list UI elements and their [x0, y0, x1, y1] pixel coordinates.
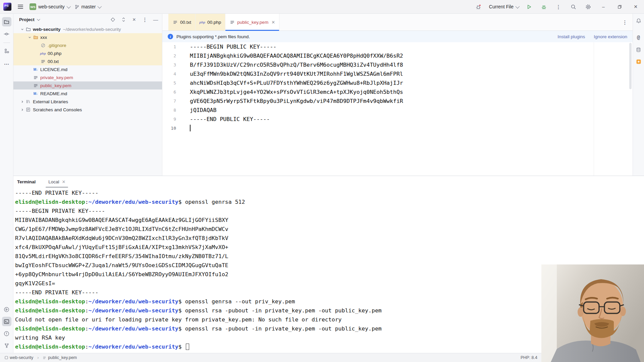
project-panel-title[interactable]: Project: [19, 17, 39, 22]
close-icon[interactable]: ✕: [271, 20, 275, 25]
prompt-user: elisdn@elisdn-desktop: [15, 344, 85, 350]
project-panel: Project ✕ ⋮ — web-security~/deworker/edu…: [13, 14, 162, 176]
editor-content[interactable]: 1-----BEGIN PUBLIC KEY-----2MIIBIjANBgkq…: [162, 42, 633, 176]
tree-item-label: External Libraries: [33, 99, 68, 104]
main-menu-button[interactable]: [16, 2, 25, 11]
editor-tab-00-php[interactable]: php00.php: [196, 14, 225, 31]
code-line-1[interactable]: 1-----BEGIN PUBLIC KEY-----: [162, 42, 633, 51]
tree-chevron-icon[interactable]: [19, 28, 25, 31]
mute-bug-icon[interactable]: [474, 2, 483, 11]
debug-button[interactable]: [539, 2, 548, 11]
line-text: -----BEGIN PUBLIC KEY-----: [190, 42, 276, 51]
line-number: 10: [162, 124, 176, 133]
breadcrumb-project[interactable]: web-security: [10, 355, 33, 360]
prompt-path: ~/deworker/edu/web-security: [89, 298, 178, 305]
scratches-icon: [25, 107, 31, 112]
tab-label: 00.txt: [180, 20, 191, 25]
terminal-output-line: MIIBVAIBADANBgkqhkiG9w0BAQEFAASCAT4wggE6…: [15, 216, 644, 225]
ignore-extension-link[interactable]: Ignore extension: [594, 34, 627, 39]
line-number: 1: [162, 42, 176, 51]
editor-tab-public-key-pem[interactable]: public_key.pem✕: [225, 14, 279, 31]
close-icon[interactable]: ✕: [62, 179, 66, 184]
tree-item--gitignore[interactable]: .gitignore: [13, 41, 162, 49]
editor-tab-00-txt[interactable]: 00.txt: [168, 14, 196, 31]
tree-item-external-libraries[interactable]: External Libraries: [13, 98, 162, 106]
settings-gear-icon[interactable]: [584, 2, 592, 11]
tree-item-00-txt[interactable]: 00.txt: [13, 57, 162, 65]
php-version-widget[interactable]: PHP: 8.4: [521, 355, 537, 360]
code-line-10[interactable]: 10: [162, 124, 633, 133]
code-line-2[interactable]: 2MIIBIjANBgkqhkiG9w0BAQEFAAOCAQ8AMIIBCgK…: [162, 51, 633, 60]
code-line-7[interactable]: 7gVE6QE3pN5rWyrpSTkFtkBpy0u3PiLynKgdwb/v…: [162, 97, 633, 106]
hide-panel-icon[interactable]: —: [152, 16, 159, 23]
tree-item-xxx[interactable]: xxx: [13, 33, 162, 41]
tree-chevron-icon[interactable]: [26, 36, 33, 39]
more-tools-icon[interactable]: …: [2, 58, 11, 68]
code-line-6[interactable]: 6XkqPLWNZJb3tpLvjge4+YO2Wx+sPYsOvVTiGlR3…: [162, 87, 633, 97]
code-line-5[interactable]: 5ahcNiWDsHIqb3qCVf+S+PLuU7FDYsthYWhWEQ29…: [162, 78, 633, 87]
activity-bar: …: [0, 14, 13, 353]
tree-item-public-key-pem[interactable]: public_key.pem: [13, 81, 162, 89]
version-control-tool-icon[interactable]: [2, 341, 11, 350]
tree-item-web-security[interactable]: web-security~/deworker/edu/web-security: [13, 25, 162, 33]
more-actions-button[interactable]: ⋮: [554, 2, 563, 11]
prompt-user: elisdn@elisdn-desktop: [15, 325, 85, 332]
panel-options-icon[interactable]: ⋮: [141, 16, 149, 23]
minimize-button[interactable]: –: [598, 2, 608, 11]
line-text: gVE6QE3pN5rWyrpSTkFtkBpy0u3PiLynKgdwb/vi…: [190, 97, 403, 106]
run-config-selector[interactable]: Current File: [489, 4, 519, 9]
problems-tool-icon[interactable]: [2, 329, 11, 338]
chevron-down-icon: [37, 17, 40, 21]
phpstorm-logo: PS: [3, 3, 11, 11]
project-badge: WS: [30, 3, 36, 10]
tree-item-00-php[interactable]: php00.php: [13, 49, 162, 57]
notifications-bell-icon[interactable]: [634, 16, 643, 25]
tab-options-icon[interactable]: ⋮: [621, 18, 629, 26]
tree-item-private-key-pem[interactable]: private_key.pem: [13, 73, 162, 81]
restore-button[interactable]: [614, 2, 625, 11]
prompt-user: elisdn@elisdn-desktop: [15, 307, 85, 314]
branch-widget[interactable]: master: [74, 4, 101, 9]
tree-item-scratches-and-consoles[interactable]: Scratches and Consoles: [13, 106, 162, 114]
editor-scrollbar[interactable]: [629, 43, 632, 89]
prompt-user: elisdn@elisdn-desktop: [15, 199, 85, 205]
line-text: ahcNiWDsHIqb3qCVf+S+PLuU7FDYsthYWhWEQ296…: [190, 78, 403, 87]
ai-assistant-icon[interactable]: @: [634, 33, 643, 42]
plugin-tool-icon[interactable]: [634, 57, 643, 66]
tree-chevron-icon[interactable]: [19, 108, 25, 111]
tree-item-licence-md[interactable]: M↓LICENCE.md: [13, 65, 162, 73]
breadcrumb: web-security › public_key.pem: [5, 355, 77, 360]
collapse-all-icon[interactable]: ✕: [130, 16, 138, 23]
install-plugins-link[interactable]: Install plugins: [557, 34, 585, 39]
commit-tool-icon[interactable]: [2, 29, 11, 39]
right-margin-guide: [594, 42, 594, 176]
webcam-person: [541, 264, 644, 362]
project-tool-icon[interactable]: [2, 17, 11, 26]
code-line-9[interactable]: 9-----END PUBLIC KEY-----: [162, 115, 633, 124]
project-widget[interactable]: WS web-security: [30, 3, 70, 10]
tree-item-label: private_key.pem: [40, 75, 73, 80]
project-icon: [5, 356, 8, 359]
database-tool-icon[interactable]: [634, 45, 643, 54]
terminal-tab-local[interactable]: Local ✕: [45, 176, 69, 188]
locate-file-icon[interactable]: [109, 16, 116, 23]
php-icon: php: [40, 51, 46, 56]
text-icon: [172, 19, 178, 25]
structure-tool-icon[interactable]: [2, 46, 11, 56]
terminal-header: Terminal Local ✕: [13, 176, 644, 188]
run-tool-icon[interactable]: [2, 305, 11, 314]
tree-chevron-icon[interactable]: [19, 100, 25, 103]
run-button[interactable]: [525, 2, 533, 11]
code-line-4[interactable]: 4uE3qFfMWn9bkDW2tQNG3InZoQV9rrt940VtKUt7…: [162, 69, 633, 78]
code-line-8[interactable]: 8jQIDAQAB: [162, 106, 633, 115]
close-button[interactable]: ✕: [631, 2, 641, 11]
expand-collapse-icon[interactable]: [120, 16, 127, 23]
search-everywhere-button[interactable]: [569, 2, 578, 11]
tree-item-readme-md[interactable]: M↓README.md: [13, 89, 162, 98]
tree-item-label: 00.php: [48, 51, 61, 56]
breadcrumb-file[interactable]: public_key.pem: [48, 355, 77, 360]
line-number: 6: [162, 87, 176, 97]
code-line-3[interactable]: 3B/fFJ391D3kUzV/C29nrcO5R5BvQPhzQ/TBerv6…: [162, 60, 633, 69]
libraries-icon: [25, 99, 31, 104]
terminal-tool-icon[interactable]: [2, 317, 11, 326]
